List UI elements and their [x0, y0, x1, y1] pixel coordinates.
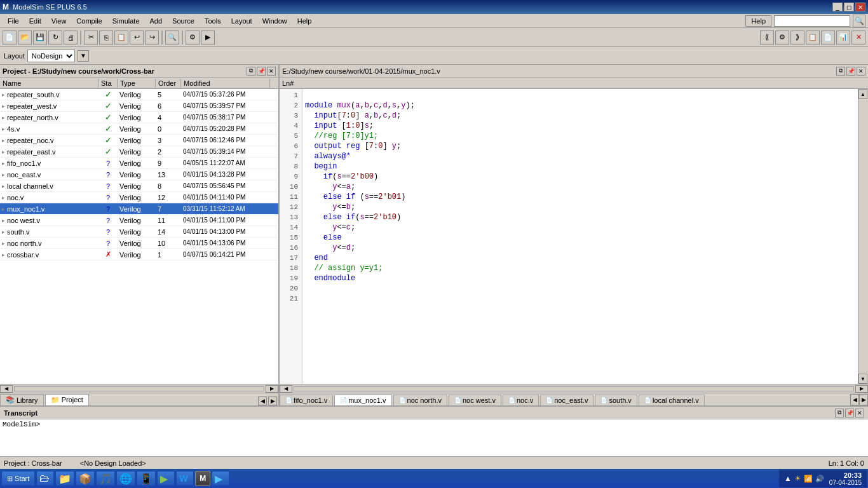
horizontal-scrollbar[interactable]: ◀ ▶ [0, 384, 278, 393]
project-row[interactable]: ▸ fifo_noc1.v ? Verilog 9 04/05/15 11:22… [0, 158, 278, 169]
undo-button[interactable]: ↩ [130, 30, 144, 44]
editor-tab[interactable]: 📄noc_east.v [540, 395, 593, 405]
taskbar-btn9[interactable]: ▶ [212, 471, 229, 486]
tabs-scroll-left[interactable]: ◀ [258, 396, 267, 405]
taskbar-modelsim[interactable]: M [195, 471, 210, 486]
project-row[interactable]: ▸ south.v ? Verilog 14 04/01/15 04:13:00… [0, 226, 278, 238]
rtb-6[interactable]: 📊 [836, 30, 850, 44]
project-row[interactable]: ▸ 4s.v ✓ Verilog 0 04/07/15 05:20:28 PM [0, 123, 278, 135]
project-row[interactable]: ▸ noc north.v ? Verilog 10 04/01/15 04:1… [0, 238, 278, 249]
editor-float-btn[interactable]: ⧉ [836, 67, 845, 76]
taskbar-btn6[interactable]: 📱 [137, 471, 156, 486]
taskbar-btn3[interactable]: 📦 [76, 471, 95, 486]
menu-file[interactable]: File [3, 16, 24, 26]
paste-button[interactable]: 📋 [114, 30, 128, 44]
project-row[interactable]: ▸ noc west.v ? Verilog 11 04/01/15 04:11… [0, 215, 278, 226]
project-dock-btn[interactable]: 📌 [257, 67, 266, 76]
editor-tab[interactable]: 📄fifo_noc1.v [280, 395, 333, 405]
find-button[interactable]: 🔍 [165, 30, 179, 44]
taskbar-btn7[interactable]: ▶ [157, 471, 175, 486]
project-row[interactable]: ▸ repeater_west.v ✓ Verilog 6 04/07/15 0… [0, 100, 278, 112]
project-close-btn[interactable]: ✕ [267, 67, 276, 76]
project-float-btn[interactable]: ⧉ [247, 67, 255, 76]
rtb-3[interactable]: ⟫ [790, 30, 804, 44]
project-row[interactable]: ▸ crossbar.v ✗ Verilog 1 04/07/15 06:14:… [0, 249, 278, 261]
tab-library[interactable]: 📚 Library [0, 394, 44, 405]
code-editor[interactable]: module mux(a,b,c,d,s,y); input[7:0] a,b,… [302, 89, 858, 384]
editor-tab[interactable]: 📄local channel.v [639, 395, 705, 405]
editor-tab[interactable]: 📄south.v [595, 395, 637, 405]
transcript-close-btn[interactable]: ✕ [855, 409, 864, 417]
rtb-7[interactable]: ✕ [851, 30, 865, 44]
redo-button[interactable]: ↪ [145, 30, 159, 44]
editor-close-btn[interactable]: ✕ [857, 67, 865, 76]
statusbar: Project : Cross-bar <No Design Loaded> L… [0, 456, 868, 469]
menu-edit[interactable]: Edit [24, 16, 46, 26]
refresh-button[interactable]: ↻ [48, 30, 62, 44]
taskbar-ie[interactable]: 🌐 [116, 471, 135, 486]
editor-tab[interactable]: 📄mux_noc1.v [334, 395, 391, 405]
editor-tab[interactable]: 📄noc north.v [393, 395, 447, 405]
menu-help[interactable]: Help [292, 16, 317, 26]
titlebar-left: M ModelSim SE PLUS 6.5 [3, 3, 87, 11]
rtb-4[interactable]: 📋 [806, 30, 820, 44]
editor-h-scrollbar[interactable]: ◀ ▶ [280, 384, 868, 393]
menu-source[interactable]: Source [167, 16, 200, 26]
project-row[interactable]: ▸ repeater_east.v ✓ Verilog 2 04/07/15 0… [0, 146, 278, 158]
taskbar-btn4[interactable]: 🎵 [96, 471, 115, 486]
editor-tabs-right-btn[interactable]: ▶ [859, 394, 868, 405]
project-row[interactable]: ▸ noc_east.v ? Verilog 13 04/01/15 04:13… [0, 169, 278, 180]
menu-window[interactable]: Window [257, 16, 292, 26]
vertical-scrollbar[interactable]: ▲ ▼ [858, 89, 868, 384]
tab-project[interactable]: 📁 Project [45, 394, 89, 405]
menu-add[interactable]: Add [145, 16, 168, 26]
save-button[interactable]: 💾 [33, 30, 47, 44]
project-row[interactable]: ▸ repeater_north.v ✓ Verilog 4 04/07/15 … [0, 112, 278, 123]
rtb-2[interactable]: ⚙ [775, 30, 789, 44]
taskbar-folder[interactable]: 📁 [55, 471, 74, 486]
project-row[interactable]: ▸ local channel.v ? Verilog 8 04/07/15 0… [0, 180, 278, 192]
editor-tab[interactable]: 📄noc.v [503, 395, 539, 405]
scroll-down-btn[interactable]: ▼ [858, 374, 867, 384]
project-row[interactable]: ▸ repeater_noc.v ✓ Verilog 3 04/07/15 06… [0, 135, 278, 146]
project-row[interactable]: ▸ repeater_south.v ✓ Verilog 5 04/07/15 … [0, 89, 278, 100]
project-row[interactable]: ▸ noc.v ? Verilog 12 04/01/15 04:11:40 P… [0, 192, 278, 203]
close-button[interactable]: ✕ [855, 3, 865, 11]
tb-btn-2[interactable]: ▶ [201, 30, 215, 44]
tabs-scroll-right[interactable]: ▶ [268, 396, 277, 405]
taskbar-word[interactable]: W [176, 471, 194, 486]
scroll-up-btn[interactable]: ▲ [858, 89, 867, 99]
help-search-button[interactable]: 🔍 [853, 15, 865, 27]
tb-btn-1[interactable]: ⚙ [186, 30, 200, 44]
help-button[interactable]: Help [745, 15, 771, 27]
rtb-5[interactable]: 📄 [821, 30, 835, 44]
transcript-content[interactable]: ModelSim> [0, 419, 868, 456]
help-search-input[interactable] [774, 15, 850, 27]
minimize-button[interactable]: _ [832, 3, 843, 11]
menu-simulate[interactable]: Simulate [107, 16, 145, 26]
copy-button[interactable]: ⎘ [99, 30, 113, 44]
layout-dropdown-btn[interactable]: ▼ [78, 50, 89, 62]
project-row[interactable]: ▸ mux_noc1.v ? Verilog 7 03/31/15 11:52:… [0, 203, 278, 215]
menu-compile[interactable]: Compile [71, 16, 107, 26]
transcript-dock-btn[interactable]: 📌 [845, 409, 854, 417]
rtb-1[interactable]: ⟪ [760, 30, 774, 44]
cut-button[interactable]: ✂ [84, 30, 98, 44]
menu-view[interactable]: View [46, 16, 72, 26]
layout-select[interactable]: NoDesign [27, 50, 75, 62]
open-button[interactable]: 📂 [18, 30, 32, 44]
editor-tab[interactable]: 📄noc west.v [449, 395, 501, 405]
transcript-float-btn[interactable]: ⧉ [835, 409, 844, 417]
editor-dock-btn[interactable]: 📌 [846, 67, 855, 76]
project-title: Project - E:/Study/new course/work/Cross… [3, 67, 154, 75]
print-button[interactable]: 🖨 [64, 30, 78, 44]
editor-tabs-left-btn[interactable]: ◀ [850, 394, 859, 405]
taskbar-explorer[interactable]: 🗁 [36, 471, 54, 486]
restore-button[interactable]: ◻ [844, 3, 854, 11]
menu-tools[interactable]: Tools [200, 16, 226, 26]
library-tab-label: Library [17, 396, 38, 404]
line-number: 2 [280, 100, 302, 111]
new-button[interactable]: 📄 [3, 30, 17, 44]
menu-layout[interactable]: Layout [226, 16, 257, 26]
start-button[interactable]: ⊞ Start [1, 471, 35, 486]
